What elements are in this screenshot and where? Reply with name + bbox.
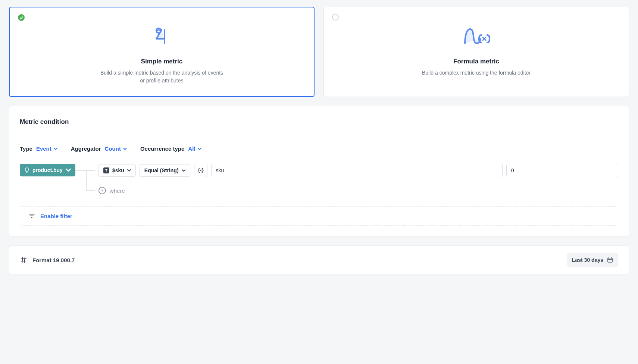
formula-metric-card[interactable]: Formula metric Build a complex metric us… [323, 7, 629, 97]
event-name: product.buy [32, 167, 63, 173]
param-name: $sku [112, 167, 124, 173]
occurrence-value: All [188, 145, 195, 152]
braces-icon [198, 167, 204, 173]
plus-circle-icon: + [98, 187, 106, 194]
event-selector[interactable]: product.buy [20, 164, 75, 176]
footer-panel: Format 19 000,7 Last 30 days [9, 245, 629, 274]
enable-filter-label: Enable filter [40, 213, 72, 219]
formula-metric-title: Formula metric [333, 58, 620, 65]
chevron-down-icon [127, 169, 131, 172]
chevron-down-icon [66, 167, 71, 173]
operator-selector[interactable]: Equal (String) [140, 164, 190, 177]
hash-icon [20, 256, 27, 264]
svg-rect-1 [608, 258, 612, 262]
aggregator-dropdown[interactable]: Count [105, 145, 127, 152]
formula-metric-illustration [333, 21, 620, 51]
simple-metric-illustration [18, 21, 305, 51]
formula-metric-description: Build a complex metric using the formula… [413, 69, 540, 77]
date-range-button[interactable]: Last 30 days [567, 253, 618, 267]
expression-button[interactable] [194, 164, 207, 177]
chevron-down-icon [198, 147, 201, 151]
metric-condition-heading: Metric condition [20, 118, 618, 126]
add-where-button[interactable]: + where [98, 187, 125, 194]
text-type-icon: T [103, 167, 109, 173]
format-label: Format 19 000,7 [32, 257, 75, 263]
chevron-down-icon [54, 147, 57, 151]
check-icon [18, 14, 25, 21]
date-range-label: Last 30 days [572, 257, 603, 263]
simple-metric-title: Simple metric [18, 58, 305, 65]
type-dropdown[interactable]: Event [36, 145, 57, 152]
occurrence-label: Occurrence type [140, 145, 184, 152]
filter-icon [28, 213, 35, 219]
enable-filter-button[interactable]: Enable filter [20, 206, 618, 226]
chevron-down-icon [123, 147, 127, 151]
chevron-down-icon [182, 169, 185, 172]
connector-line [75, 164, 98, 197]
event-icon [24, 167, 29, 173]
value-b-input[interactable] [506, 164, 618, 177]
aggregator-label: Aggregator [71, 145, 101, 152]
aggregator-value: Count [105, 145, 121, 152]
operator-value: Equal (String) [144, 167, 179, 173]
where-label: where [110, 188, 125, 194]
type-value: Event [36, 145, 51, 152]
calendar-icon [607, 257, 613, 263]
radio-unchecked-icon [332, 14, 339, 21]
occurrence-dropdown[interactable]: All [188, 145, 201, 152]
metric-condition-panel: Metric condition Type Event Aggregator C… [9, 106, 629, 236]
simple-metric-description: Build a simple metric based on the analy… [98, 69, 225, 85]
param-selector[interactable]: T $sku [98, 164, 136, 177]
divider [20, 135, 618, 135]
simple-metric-card[interactable]: Simple metric Build a simple metric base… [9, 7, 315, 97]
type-label: Type [20, 145, 32, 152]
value-a-input[interactable] [211, 164, 503, 177]
